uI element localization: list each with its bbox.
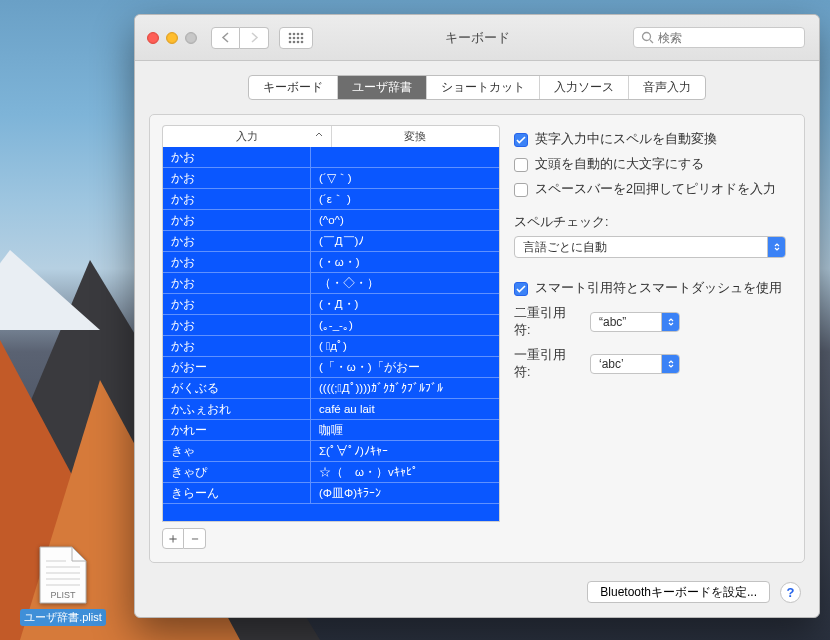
desktop-file-plist[interactable]: PLIST ユーザ辞書.plist	[20, 545, 106, 626]
spellcheck-label: スペルチェック:	[514, 214, 792, 231]
table-row[interactable]: かお(￣Д￣)ﾉ	[163, 231, 499, 252]
svg-point-8	[297, 32, 300, 35]
cell-output: (「・ω・)「がおー	[311, 357, 499, 377]
cell-output: （・◇・）	[311, 273, 499, 293]
table-row[interactable]: かお(´▽｀)	[163, 168, 499, 189]
cell-output: ((((;ﾟДﾟ))))ｶﾞｸｶﾞｸﾌﾞﾙﾌﾞﾙ	[311, 378, 499, 398]
svg-point-16	[297, 40, 300, 43]
table-row[interactable]: がおー(「・ω・)「がおー	[163, 357, 499, 378]
table-row[interactable]: かお	[163, 147, 499, 168]
svg-point-12	[297, 36, 300, 39]
cell-input: かふぇおれ	[163, 399, 311, 419]
tab-bar: キーボードユーザ辞書ショートカット入力ソース音声入力	[248, 75, 706, 100]
desktop: PLIST ユーザ辞書.plist	[0, 0, 830, 640]
check-doublespace-period[interactable]	[514, 183, 528, 197]
double-quote-select[interactable]: “abc”	[590, 312, 680, 332]
cell-output: (´▽｀)	[311, 168, 499, 188]
svg-text:PLIST: PLIST	[50, 590, 76, 600]
search-input[interactable]	[633, 27, 805, 48]
cell-input: かお	[163, 210, 311, 230]
table-row[interactable]: かお（・◇・）	[163, 273, 499, 294]
cell-output: (｡-_-｡)	[311, 315, 499, 335]
preferences-window: キーボード キーボードユーザ辞書ショートカット入力ソース音声入力 入力 変換 か…	[134, 14, 820, 618]
table-row[interactable]: かお(・Д・)	[163, 294, 499, 315]
zoom-button[interactable]	[185, 32, 197, 44]
table-row[interactable]: きゃぴ☆（ゝω・）vｷｬﾋﾟ	[163, 462, 499, 483]
cell-input: かお	[163, 294, 311, 314]
bluetooth-setup-button[interactable]: Bluetoothキーボードを設定...	[587, 581, 770, 603]
forward-button[interactable]	[240, 27, 269, 49]
sort-asc-icon	[315, 131, 323, 139]
svg-point-7	[293, 32, 296, 35]
cell-input: きらーん	[163, 483, 311, 503]
cell-input: かお	[163, 231, 311, 251]
spellcheck-select[interactable]: 言語ごとに自動	[514, 236, 786, 258]
back-button[interactable]	[211, 27, 240, 49]
traffic-lights	[147, 32, 197, 44]
close-button[interactable]	[147, 32, 159, 44]
minimize-button[interactable]	[166, 32, 178, 44]
add-row-button[interactable]: ＋	[162, 528, 184, 549]
cell-input: がくぶる	[163, 378, 311, 398]
remove-row-button[interactable]: －	[184, 528, 206, 549]
chevron-left-icon	[221, 32, 230, 43]
show-all-button[interactable]	[279, 27, 313, 49]
file-name-label: ユーザ辞書.plist	[20, 609, 106, 626]
cell-output: 咖喱	[311, 420, 499, 440]
chevron-updown-icon	[667, 360, 675, 368]
check-smart-quotes[interactable]	[514, 282, 528, 296]
table-row[interactable]: かお(´ε｀ )	[163, 189, 499, 210]
cell-input: かお	[163, 252, 311, 272]
cell-output: (^o^)	[311, 210, 499, 230]
table-row[interactable]: きらーん(Φ皿Φ)ｷﾗｰﾝ	[163, 483, 499, 504]
svg-point-9	[301, 32, 304, 35]
cell-input: がおー	[163, 357, 311, 377]
svg-point-10	[289, 36, 292, 39]
table-row[interactable]: かお( ﾟдﾟ)	[163, 336, 499, 357]
table-row[interactable]: きゃΣ(ﾟ∀ﾟﾉ)ﾉｷｬｰ	[163, 441, 499, 462]
table-header: 入力 変換	[162, 125, 500, 147]
cell-output: Σ(ﾟ∀ﾟﾉ)ﾉｷｬｰ	[311, 441, 499, 461]
svg-point-11	[293, 36, 296, 39]
titlebar[interactable]: キーボード	[135, 15, 819, 61]
table-row[interactable]: かお(^o^)	[163, 210, 499, 231]
cell-input: きゃ	[163, 441, 311, 461]
dictionary-table[interactable]: かおかお(´▽｀)かお(´ε｀ )かお(^o^)かお(￣Д￣)ﾉかお(・ω・)か…	[162, 147, 500, 522]
tab-ユーザ辞書[interactable]: ユーザ辞書	[338, 76, 427, 99]
check-capitalize[interactable]	[514, 158, 528, 172]
tab-音声入力[interactable]: 音声入力	[629, 76, 705, 99]
tab-ショートカット[interactable]: ショートカット	[427, 76, 540, 99]
cell-output: café au lait	[311, 399, 499, 419]
column-input[interactable]: 入力	[163, 126, 332, 147]
chevron-updown-icon	[667, 318, 675, 326]
cell-output: (・ω・)	[311, 252, 499, 272]
cell-input: きゃぴ	[163, 462, 311, 482]
tab-キーボード[interactable]: キーボード	[249, 76, 338, 99]
cell-output: (´ε｀ )	[311, 189, 499, 209]
svg-point-6	[289, 32, 292, 35]
cell-input: かれー	[163, 420, 311, 440]
cell-output: (・Д・)	[311, 294, 499, 314]
tab-入力ソース[interactable]: 入力ソース	[540, 76, 629, 99]
table-row[interactable]: かお(・ω・)	[163, 252, 499, 273]
cell-input: かお	[163, 168, 311, 188]
help-button[interactable]: ?	[780, 582, 801, 603]
cell-input: かお	[163, 147, 311, 167]
single-quote-label: 一重引用符:	[514, 347, 580, 381]
cell-output: ☆（ゝω・）vｷｬﾋﾟ	[311, 462, 499, 482]
check-autocorrect[interactable]	[514, 133, 528, 147]
table-row[interactable]: がくぶる((((;ﾟДﾟ))))ｶﾞｸｶﾞｸﾌﾞﾙﾌﾞﾙ	[163, 378, 499, 399]
cell-output	[311, 147, 499, 167]
content-pane: 入力 変換 かおかお(´▽｀)かお(´ε｀ )かお(^o^)かお(￣Д￣)ﾉかお…	[149, 114, 805, 563]
table-row[interactable]: かふぇおれcafé au lait	[163, 399, 499, 420]
cell-input: かお	[163, 315, 311, 335]
table-row[interactable]: かお(｡-_-｡)	[163, 315, 499, 336]
cell-output: ( ﾟдﾟ)	[311, 336, 499, 356]
grid-icon	[288, 32, 304, 44]
table-row[interactable]: かれー咖喱	[163, 420, 499, 441]
single-quote-select[interactable]: ‘abc’	[590, 354, 680, 374]
svg-point-13	[301, 36, 304, 39]
column-output[interactable]: 変換	[332, 126, 500, 147]
cell-input: かお	[163, 189, 311, 209]
svg-point-17	[301, 40, 304, 43]
